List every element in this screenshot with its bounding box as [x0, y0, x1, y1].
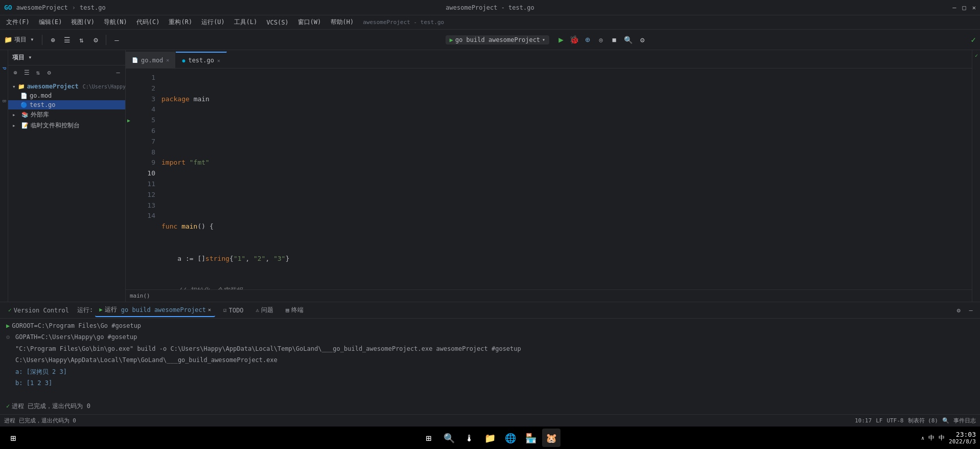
project-view-btn[interactable]: P — [1, 53, 8, 84]
debug-button[interactable]: 🐞 — [569, 34, 580, 46]
project-selector[interactable]: 📁 项目 ▾ — [4, 35, 34, 44]
terminal-line-exe: C:\Users\Happy\AppData\Local\Temp\GoLand… — [15, 356, 277, 364]
menu-edit[interactable]: 编辑(E) — [35, 17, 66, 28]
start-button[interactable]: ⊞ — [4, 429, 22, 447]
bottom-tab-terminal[interactable]: ▤ 终端 — [282, 304, 308, 317]
menu-refactor[interactable]: 重构(R) — [165, 17, 196, 28]
tab-gomod[interactable]: 📄 go.mod ✕ — [126, 52, 176, 68]
minimize-btn[interactable]: — — [952, 4, 956, 11]
status-lf[interactable]: LF — [876, 417, 882, 424]
menu-tools[interactable]: 工具(L) — [230, 17, 262, 28]
project-folder-icon: 📁 — [18, 83, 25, 90]
tree-list-btn[interactable]: ☰ — [21, 68, 32, 78]
menu-vcs[interactable]: VCS(S) — [263, 18, 293, 27]
terminal-minimize-btn[interactable]: — — [966, 305, 976, 316]
bottom-tab-terminal-label: 终端 — [291, 306, 304, 315]
tree-item-project[interactable]: ▾ 📁 awesomeProject C:\Users\Happy\Goland… — [8, 82, 125, 91]
gutter-12 — [126, 190, 132, 200]
kw-package: package — [161, 94, 194, 105]
separator-1 — [42, 35, 42, 45]
menu-file[interactable]: 文件(F) — [2, 17, 34, 28]
status-position[interactable]: 10:17 — [855, 417, 872, 424]
problem-icon: ⚠ — [256, 307, 260, 313]
menu-view[interactable]: 视图(V) — [67, 17, 99, 28]
run-label-text: 运行: — [77, 306, 93, 315]
toolbar: 📁 项目 ▾ ⊕ ☰ ⇅ ⚙ — ▶ go build awesomeProje… — [0, 30, 980, 50]
terminal-output-a: a: [深拷贝 2 3] — [15, 368, 67, 375]
bottom-tab-problem[interactable]: ⚠ 问题 — [252, 304, 278, 317]
gutter-8 — [126, 147, 132, 158]
bottom-tab-run[interactable]: ▶ 运行 go build awesomeProject ✕ — [95, 303, 215, 317]
gutter-6 — [126, 126, 132, 137]
code-editor[interactable]: ▶ 1 2 3 4 5 6 7 8 — [126, 69, 972, 289]
code-content[interactable]: package main import "fmt" func main() { … — [157, 69, 972, 289]
tree-sort-btn[interactable]: ⇅ — [33, 68, 43, 78]
tree-collapse-btn[interactable]: — — [113, 68, 123, 78]
run-tab-label: 运行 — [105, 305, 117, 314]
menu-help[interactable]: 帮助(H) — [326, 17, 358, 28]
terminal-settings-btn[interactable]: ⚙ — [953, 305, 964, 316]
code-line-5: func main() { — [161, 221, 968, 232]
search-icon[interactable]: 🔍 — [942, 417, 949, 424]
bottom-panel: ✓ Version Control 运行: ▶ 运行 go build awes… — [0, 302, 980, 414]
menu-code[interactable]: 代码(C) — [132, 17, 164, 28]
menu-run[interactable]: 运行(U) — [197, 17, 229, 28]
taskbar-start[interactable]: ⊞ — [419, 429, 438, 447]
project-label: 项目 ▾ — [14, 35, 34, 44]
tree-item-gomod[interactable]: 📄 go.mod — [8, 91, 125, 100]
title-middle: awesomeProject - test.go — [363, 19, 444, 26]
taskbar-search[interactable]: 🔍 — [440, 429, 458, 447]
chevron-right-icon: ▸ — [12, 111, 19, 118]
status-encoding[interactable]: UTF-8 — [886, 417, 903, 424]
run-tab-close[interactable]: ✕ — [208, 307, 211, 312]
stop-button[interactable]: ■ — [609, 34, 620, 46]
bottom-tab-vc[interactable]: ✓ Version Control — [4, 305, 73, 316]
event-log-label[interactable]: 事件日志 — [953, 417, 976, 424]
tree-item-testgo[interactable]: 🔵 test.go — [8, 100, 125, 109]
scope-btn[interactable]: ⊕ — [46, 34, 59, 46]
run-config-selector[interactable]: ▶ go build awesomeProject ▾ — [446, 35, 549, 44]
clock-date: 2022/8/3 — [949, 438, 976, 445]
bottom-tab-todo[interactable]: ☑ TODO — [219, 305, 248, 316]
project-tab[interactable]: awesomeProject — [16, 4, 68, 11]
tree-settings-btn[interactable]: ⚙ — [44, 68, 54, 78]
project-name: awesomeProject — [27, 83, 79, 90]
window-title: awesomeProject - test.go — [446, 4, 534, 11]
run-controls: ▶ 🐞 ⊕ ◎ ■ — [555, 34, 620, 46]
close-btn[interactable]: ✕ — [972, 4, 976, 11]
line-num-9: 9 — [136, 158, 155, 168]
settings-gear-btn[interactable]: ⚙ — [636, 34, 648, 46]
line-num-1: 1 — [136, 73, 155, 83]
sort-btn[interactable]: ⇅ — [75, 34, 87, 46]
taskbar-task-view[interactable]: 🌡 — [460, 429, 479, 447]
taskbar-browser[interactable]: 🌐 — [501, 429, 520, 447]
tree-item-scratch[interactable]: ▸ 📝 临时文件和控制台 — [8, 120, 125, 131]
profile-button[interactable]: ◎ — [595, 34, 606, 46]
testgo-tab-close[interactable]: ✕ — [217, 58, 220, 63]
tree-item-external[interactable]: ▸ 📚 外部库 — [8, 109, 125, 120]
gutter-3 — [126, 94, 132, 105]
gutter-5[interactable]: ▶ — [126, 115, 132, 126]
tab-testgo[interactable]: ● test.go ✕ — [176, 52, 227, 68]
taskbar-goland[interactable]: 🐹 — [542, 429, 561, 447]
gutter-2 — [126, 83, 132, 94]
taskbar-store[interactable]: 🏪 — [522, 429, 540, 447]
go-file-icon: 🔵 — [20, 102, 28, 108]
run-button[interactable]: ▶ — [555, 34, 567, 46]
terminal-done-text: 进程 已完成，退出代码为 0 — [12, 401, 90, 411]
cover-button[interactable]: ⊕ — [582, 34, 593, 46]
taskbar-clock[interactable]: 23:03 2022/8/3 — [949, 431, 976, 445]
list-btn[interactable]: ☰ — [61, 34, 73, 46]
gomod-tab-close[interactable]: ✕ — [166, 57, 169, 63]
bookmarks-btn[interactable]: B — [1, 86, 8, 117]
collapse-btn[interactable]: — — [110, 34, 123, 46]
menu-window[interactable]: 窗口(W) — [294, 17, 325, 28]
maximize-btn[interactable]: □ — [963, 4, 966, 11]
code-line-3: import "fmt" — [161, 158, 968, 168]
menu-navigate[interactable]: 导航(N) — [100, 17, 131, 28]
settings-btn[interactable]: ⚙ — [89, 34, 102, 46]
search-everywhere-btn[interactable]: 🔍 — [622, 34, 634, 46]
status-indent[interactable]: 制表符 (8) — [908, 417, 939, 424]
tree-scope-btn[interactable]: ⊕ — [10, 68, 20, 78]
taskbar-explorer[interactable]: 📁 — [481, 429, 499, 447]
